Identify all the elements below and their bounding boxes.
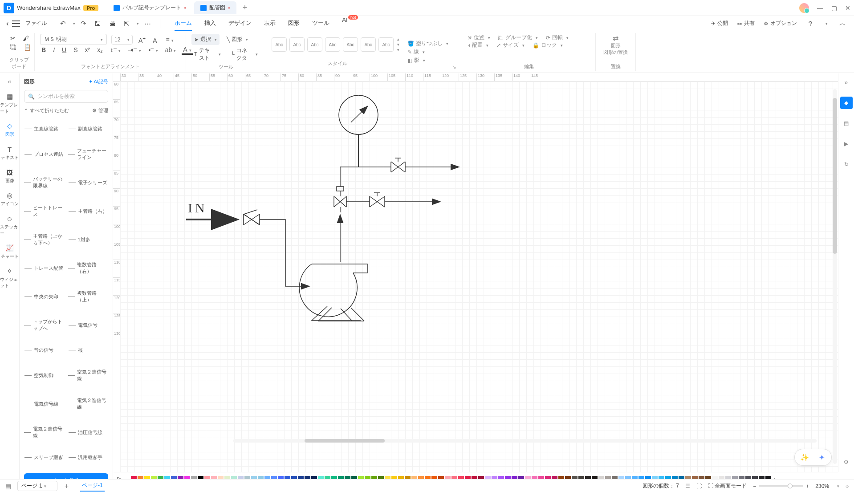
bold-button[interactable]: B bbox=[40, 45, 47, 54]
zoom-slider[interactable]: − + bbox=[753, 483, 809, 489]
shape-item[interactable]: 核 bbox=[68, 340, 109, 361]
shape-item[interactable]: 主直線管路 bbox=[24, 118, 65, 139]
connector-tool[interactable]: └コネクタ▾ bbox=[228, 45, 260, 64]
export-dropdown[interactable]: ▾ bbox=[137, 21, 139, 26]
right-settings-button[interactable]: ⚙ bbox=[840, 456, 853, 468]
position-button[interactable]: ⤧位置▾ bbox=[468, 34, 490, 41]
shape-item[interactable]: 電気２進信号線 bbox=[68, 390, 109, 418]
file-menu[interactable]: ファイル bbox=[25, 20, 47, 27]
undo-dropdown[interactable]: ▾ bbox=[73, 21, 75, 26]
shape-item[interactable]: 複数管路（上） bbox=[68, 283, 109, 310]
text-case-button[interactable]: ab▾ bbox=[164, 45, 178, 54]
style-launcher[interactable]: ↘ bbox=[452, 64, 456, 70]
focus-button[interactable]: ⟐ bbox=[846, 483, 849, 489]
pages-list-button[interactable]: ▤ bbox=[5, 483, 11, 490]
style-preset-5[interactable]: Abc bbox=[343, 37, 358, 52]
right-collapse-button[interactable]: » bbox=[840, 76, 853, 89]
minimize-button[interactable]: — bbox=[817, 4, 823, 12]
rail-image[interactable]: 🖼画像 bbox=[0, 166, 19, 186]
gallery-more[interactable]: ▾ bbox=[397, 48, 399, 52]
menu-tab-ai[interactable]: AI bbox=[342, 14, 347, 26]
format-painter-button[interactable]: 🖌 bbox=[21, 34, 30, 43]
help-button[interactable]: ? bbox=[806, 18, 815, 28]
rotate-button[interactable]: ⟳回転▾ bbox=[546, 34, 569, 41]
menu-tab-shape[interactable]: 図形 bbox=[288, 16, 300, 31]
underline-button[interactable]: U bbox=[61, 45, 68, 54]
rail-chart[interactable]: 📈チャート bbox=[0, 242, 19, 261]
shape-item[interactable]: 電気信号線 bbox=[24, 390, 65, 418]
replace-shape-button[interactable]: ⇄ 図形 図形の置換 bbox=[603, 34, 628, 56]
close-button[interactable]: ✕ bbox=[845, 4, 850, 12]
rail-sticker[interactable]: ☺ステッカー bbox=[0, 212, 19, 238]
h-scrollbar[interactable] bbox=[233, 439, 817, 443]
line-spacing-button[interactable]: ↕≡▾ bbox=[109, 45, 122, 54]
shape-item[interactable]: 中央の矢印 bbox=[24, 283, 65, 310]
zoom-thumb[interactable] bbox=[788, 484, 793, 488]
add-tab-button[interactable]: + bbox=[238, 1, 252, 14]
shape-item[interactable]: トップからトップへ bbox=[24, 311, 65, 339]
gallery-down[interactable]: ▾ bbox=[397, 42, 399, 47]
style-preset-3[interactable]: Abc bbox=[307, 37, 322, 52]
shadow-button[interactable]: ◧影▾ bbox=[407, 56, 448, 65]
zoom-out-button[interactable]: − bbox=[753, 483, 756, 489]
shape-item[interactable]: 空気２進信号線 bbox=[68, 362, 109, 389]
menu-tab-home[interactable]: ホーム bbox=[175, 16, 192, 31]
shape-item[interactable]: 電子シリーズ bbox=[68, 169, 109, 196]
style-preset-7[interactable]: Abc bbox=[378, 37, 394, 52]
ai-sparkle-button[interactable]: ✦ bbox=[816, 452, 827, 463]
collapse-ribbon-button[interactable]: ︿ bbox=[837, 18, 849, 29]
right-present-tab[interactable]: ▶ bbox=[840, 138, 853, 150]
font-size-select[interactable]: 12▾ bbox=[111, 35, 133, 45]
select-tool[interactable]: ➤選択▾ bbox=[191, 34, 220, 45]
rail-icon[interactable]: ◎アイコン bbox=[0, 189, 19, 209]
shape-item[interactable]: 油圧信号線 bbox=[68, 419, 109, 446]
zoom-track[interactable] bbox=[759, 485, 803, 487]
font-decrease-button[interactable]: A- bbox=[151, 34, 160, 45]
paste-button[interactable]: 📋 bbox=[22, 43, 33, 52]
fold-all-button[interactable]: ⌃すべて折りたたむ bbox=[24, 107, 69, 114]
manage-button[interactable]: ⚙管理 bbox=[92, 107, 108, 114]
tab-valve-template[interactable]: バルブ記号テンプレート ● bbox=[107, 1, 192, 14]
fill-button[interactable]: 🪣塗りつぶし▾ bbox=[407, 39, 448, 48]
menu-tab-tool[interactable]: ツール bbox=[312, 16, 329, 31]
shape-item[interactable]: 電気信号 bbox=[68, 311, 109, 339]
indent-button[interactable]: ⇥≡▾ bbox=[126, 45, 142, 54]
canvas[interactable]: IN bbox=[120, 81, 838, 472]
copy-button[interactable]: ⿻ bbox=[9, 43, 18, 52]
shape-item[interactable]: フューチャーライン bbox=[68, 140, 109, 168]
shape-item[interactable]: バッテリーの限界線 bbox=[24, 169, 65, 196]
fullscreen-button[interactable]: ⛶ 全画面モード bbox=[708, 482, 747, 490]
page-tab-1[interactable]: ページ-1 bbox=[80, 480, 105, 492]
shape-item[interactable]: プロセス連結 bbox=[24, 140, 65, 168]
ai-symbol-link[interactable]: ✦AI記号 bbox=[89, 78, 108, 85]
rail-widget[interactable]: ✧ウィジェット bbox=[0, 265, 19, 291]
page-dropdown[interactable]: ページ-1▾ bbox=[17, 481, 57, 491]
menu-tab-insert[interactable]: 挿入 bbox=[204, 16, 216, 31]
more-button[interactable]: ⋯ bbox=[142, 18, 154, 29]
rail-shapes[interactable]: ◇図形 bbox=[0, 120, 19, 139]
print-button[interactable]: 🖶 bbox=[106, 18, 118, 28]
add-page-button[interactable]: + bbox=[65, 482, 69, 490]
style-preset-1[interactable]: Abc bbox=[272, 37, 287, 52]
rail-text[interactable]: Tテキスト bbox=[0, 143, 19, 163]
style-preset-4[interactable]: Abc bbox=[325, 37, 340, 52]
shape-item[interactable]: ヒートトレース bbox=[24, 197, 65, 225]
shape-item[interactable]: 電気２進信号線 bbox=[24, 419, 65, 446]
symbol-search-input[interactable]: 🔍 シンボルを検索 bbox=[24, 90, 108, 103]
italic-button[interactable]: I bbox=[52, 45, 56, 54]
avatar[interactable] bbox=[799, 3, 809, 13]
line-style-button[interactable]: ✎線▾ bbox=[407, 48, 448, 56]
zoom-value[interactable]: 230% bbox=[815, 483, 829, 489]
shape-tool[interactable]: ╲図形▾ bbox=[224, 34, 251, 45]
share-button[interactable]: ⫘共有 bbox=[737, 20, 755, 27]
right-history-tab[interactable]: ↻ bbox=[840, 158, 853, 171]
shape-item[interactable]: 副直線管路 bbox=[68, 118, 109, 139]
menu-tab-view[interactable]: 表示 bbox=[264, 16, 276, 31]
align-button-arr[interactable]: ⫞配置▾ bbox=[468, 41, 488, 49]
v-scrollbar-thumb[interactable] bbox=[833, 98, 837, 254]
rail-template[interactable]: ▦テンプレート bbox=[0, 90, 19, 116]
style-preset-6[interactable]: Abc bbox=[361, 37, 376, 52]
tab-piping[interactable]: 配管図 ● bbox=[194, 1, 236, 14]
size-button[interactable]: ⤢サイズ▾ bbox=[496, 41, 525, 49]
rail-collapse-button[interactable]: « bbox=[0, 76, 19, 87]
